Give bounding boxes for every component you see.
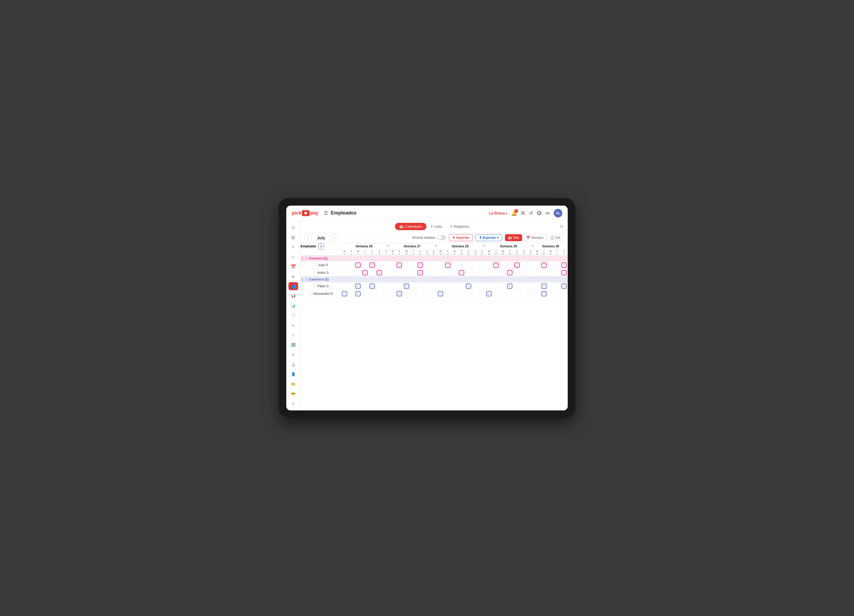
shift-cell-AlessandroN-3[interactable] — [361, 290, 369, 298]
shift-box[interactable] — [541, 291, 547, 297]
sidebar-item-cards[interactable]: 💳 — [288, 389, 298, 398]
shift-box[interactable] — [438, 291, 443, 297]
view-week-button[interactable]: 📅 Semana — [523, 234, 546, 241]
shift-cell-AlessandroN-17[interactable] — [458, 290, 465, 298]
shift-cell-JoanP-16[interactable] — [451, 262, 458, 269]
next-month-button[interactable]: › — [331, 234, 337, 241]
shift-cell-AntonS-18[interactable] — [465, 269, 472, 277]
shift-cell-PabloS-0[interactable] — [341, 282, 348, 290]
shift-cell-JoanP-5[interactable] — [376, 262, 383, 269]
show-details-toggle[interactable] — [438, 235, 446, 240]
shift-cell-AntonS-25[interactable] — [514, 269, 521, 277]
shift-cell-PabloS-16[interactable] — [451, 282, 458, 290]
shift-cell-PabloS-9[interactable] — [403, 282, 410, 290]
sidebar-item-upload[interactable]: ⬆ — [288, 243, 298, 251]
add-employee-button[interactable]: + — [318, 243, 324, 249]
shift-cell-JoanP-28[interactable] — [534, 262, 540, 269]
shift-cell-AntonS-11[interactable] — [417, 269, 424, 277]
shift-cell-AntonS-22[interactable] — [493, 269, 500, 277]
shift-cell-AlessandroN-24[interactable] — [506, 290, 514, 298]
row-dots-icon[interactable]: ⋮ — [313, 271, 316, 275]
shift-cell-AntonS-3[interactable] — [361, 269, 369, 277]
shift-cell-AntonS-26[interactable] — [520, 269, 527, 277]
prev-month-button[interactable]: ‹ — [305, 234, 312, 241]
row-dots-icon[interactable]: ⋮ — [313, 284, 316, 288]
shift-cell-AlessandroN-22[interactable] — [493, 290, 500, 298]
shift-cell-JoanP-24[interactable] — [506, 262, 514, 269]
sidebar-item-dashboard[interactable]: ⊞ — [288, 224, 298, 231]
shift-box[interactable] — [459, 270, 464, 275]
shift-cell-AntonS-29[interactable] — [540, 269, 547, 277]
shift-cell-AlessandroN-14[interactable] — [437, 290, 444, 298]
shift-cell-JoanP-29[interactable] — [540, 262, 547, 269]
table-settings-icon[interactable]: ⚙ — [560, 224, 563, 229]
shift-box[interactable] — [377, 270, 382, 275]
shift-cell-PabloS-5[interactable] — [376, 282, 383, 290]
shift-box[interactable] — [418, 270, 423, 275]
shift-cell-AntonS-24[interactable] — [506, 269, 514, 277]
sidebar-item-tickets[interactable]: 🎫 — [288, 380, 298, 388]
shift-box[interactable] — [342, 291, 347, 297]
shift-box[interactable] — [466, 283, 471, 289]
shift-cell-PabloS-20[interactable] — [479, 282, 485, 290]
shift-cell-AntonS-1[interactable] — [348, 269, 354, 277]
shift-cell-PabloS-30[interactable] — [547, 282, 554, 290]
shift-box[interactable] — [514, 262, 520, 268]
shift-cell-JoanP-12[interactable] — [424, 262, 430, 269]
shift-cell-PabloS-24[interactable] — [506, 282, 514, 290]
shift-box[interactable] — [355, 283, 361, 289]
row-dots-icon[interactable]: ⋮ — [313, 263, 316, 267]
shift-cell-JoanP-18[interactable] — [465, 262, 472, 269]
refresh-icon[interactable]: ↺ — [529, 210, 533, 216]
shift-cell-AlessandroN-21[interactable] — [485, 290, 493, 298]
shift-cell-PabloS-3[interactable] — [361, 282, 369, 290]
shift-cell-AlessandroN-1[interactable] — [348, 290, 354, 298]
shift-cell-AntonS-28[interactable] — [534, 269, 540, 277]
shift-cell-AlessandroN-18[interactable] — [465, 290, 472, 298]
shift-cell-JoanP-11[interactable] — [417, 262, 424, 269]
shift-cell-PabloS-29[interactable] — [540, 282, 547, 290]
shift-cell-JoanP-20[interactable] — [479, 262, 485, 269]
sidebar-item-analytics[interactable]: 📊 — [288, 302, 298, 310]
shift-cell-JoanP-21[interactable] — [485, 262, 493, 269]
shift-cell-AntonS-31[interactable] — [554, 269, 560, 277]
sidebar-item-grid[interactable]: ▦ — [288, 233, 298, 241]
shift-cell-PabloS-17[interactable] — [458, 282, 465, 290]
shift-cell-AntonS-19[interactable] — [472, 269, 479, 277]
shift-cell-JoanP-22[interactable] — [493, 262, 500, 269]
shift-cell-JoanP-15[interactable] — [444, 262, 451, 269]
shift-cell-JoanP-32[interactable] — [560, 262, 568, 269]
sidebar-item-shop[interactable]: 🛍 — [288, 321, 298, 329]
shift-cell-PabloS-31[interactable] — [554, 282, 560, 290]
tab-registros[interactable]: ≡ Registros — [446, 223, 473, 230]
sidebar-item-table[interactable]: ⊟ — [288, 253, 298, 261]
avatar[interactable]: AL — [554, 209, 562, 218]
shift-cell-AntonS-7[interactable] — [389, 269, 396, 277]
shift-cell-PabloS-27[interactable] — [527, 282, 534, 290]
shift-box[interactable] — [370, 262, 375, 268]
shift-cell-JoanP-6[interactable] — [383, 262, 389, 269]
shift-box[interactable] — [396, 291, 402, 297]
shift-box[interactable] — [507, 283, 512, 289]
shift-cell-JoanP-4[interactable] — [369, 262, 376, 269]
shift-cell-PabloS-15[interactable] — [444, 282, 451, 290]
shift-cell-PabloS-26[interactable] — [520, 282, 527, 290]
shift-box[interactable] — [355, 262, 361, 268]
shift-cell-JoanP-1[interactable] — [348, 262, 354, 269]
shift-cell-PabloS-6[interactable] — [383, 282, 389, 290]
shift-box[interactable] — [541, 283, 547, 289]
shift-cell-PabloS-12[interactable] — [424, 282, 430, 290]
shift-cell-AlessandroN-27[interactable] — [527, 290, 534, 298]
export-button[interactable]: ⬇ Exportar ▾ — [476, 234, 502, 241]
shift-box[interactable] — [370, 283, 375, 289]
week-26-edit-icon[interactable]: ✎ — [387, 245, 389, 247]
shift-cell-AlessandroN-28[interactable] — [534, 290, 540, 298]
shift-cell-JoanP-3[interactable] — [361, 262, 369, 269]
sidebar-item-monitor[interactable]: 🖥 — [288, 351, 298, 359]
shift-cell-JoanP-30[interactable] — [547, 262, 554, 269]
sidebar-item-employees[interactable]: 👥 — [288, 282, 298, 290]
shift-box[interactable] — [396, 262, 402, 268]
shift-cell-AntonS-32[interactable] — [560, 269, 568, 277]
shift-cell-AlessandroN-12[interactable] — [424, 290, 430, 298]
shift-cell-AlessandroN-23[interactable] — [500, 290, 506, 298]
